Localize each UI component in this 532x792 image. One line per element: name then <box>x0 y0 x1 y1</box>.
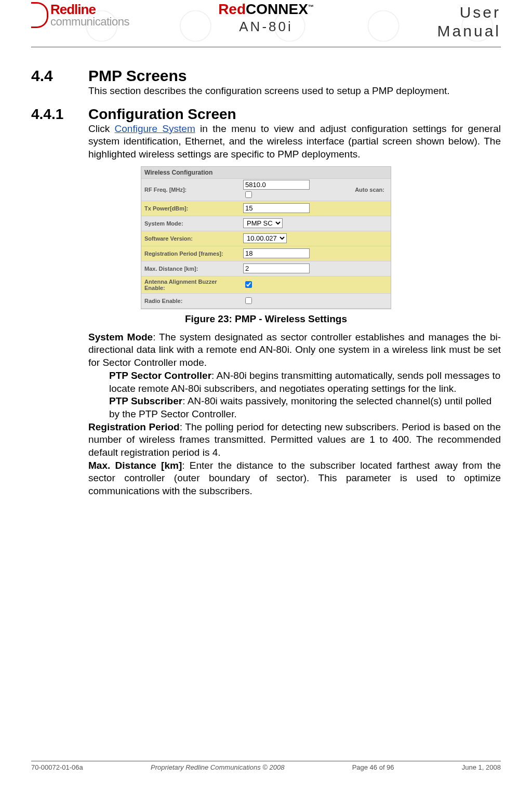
row-system-mode: System Mode: PMP SC <box>141 216 391 231</box>
configure-system-link[interactable]: Configure System <box>115 123 195 134</box>
subsection-number: 4.4.1 <box>31 106 88 123</box>
antenna-buzzer-label: Antenna Alignment Buzzer Enable: <box>141 276 241 293</box>
tx-power-input[interactable] <box>243 203 310 213</box>
brand-red: Red <box>218 1 246 17</box>
doc-type: User Manual <box>437 3 501 41</box>
rf-freq-input[interactable] <box>243 180 310 190</box>
logo-arc-icon <box>31 2 48 28</box>
system-mode-select[interactable]: PMP SC <box>243 218 283 228</box>
reg-period-bold: Registration Period <box>88 421 180 432</box>
para-system-mode: System Mode: The system designated as se… <box>88 331 501 369</box>
row-software-version: Software Version: 10.00.027 <box>141 231 391 246</box>
tx-power-label: Tx Power[dBm]: <box>141 203 241 214</box>
brand-black: CONNEX <box>246 1 308 17</box>
page-header: Redline communications RedCONNEX™ AN-80i… <box>31 0 501 47</box>
antenna-buzzer-checkbox[interactable] <box>245 281 252 288</box>
software-version-select[interactable]: 10.00.027 <box>243 233 287 243</box>
row-antenna-buzzer: Antenna Alignment Buzzer Enable: <box>141 276 391 294</box>
brand-tm: ™ <box>308 4 314 10</box>
para-ptp-subscriber: PTP Subscriber: AN-80i waits passively, … <box>109 395 501 420</box>
section-number: 4.4 <box>31 67 88 85</box>
subsection-intro: Click Configure System in the menu to vi… <box>88 123 501 161</box>
row-tx-power: Tx Power[dBm]: <box>141 201 391 216</box>
section-intro-4-4: This section describes the configuration… <box>88 85 501 98</box>
subsection-title: Configuration Screen <box>88 106 236 122</box>
row-radio-enable: Radio Enable: <box>141 294 391 309</box>
para-ptp-sector-controller: PTP Sector Controller: AN-80i begins tra… <box>109 369 501 395</box>
registration-period-input[interactable] <box>243 248 310 258</box>
product-brand: RedCONNEX™ AN-80i <box>218 1 314 35</box>
registration-period-label: Registration Period [frames]: <box>141 248 241 259</box>
wireless-config-screenshot: Wireless Configuration RF Freq. [MHz]: A… <box>141 166 391 309</box>
rf-freq-checkbox[interactable] <box>245 191 252 198</box>
para-registration-period: Registration Period: The polling period … <box>88 421 501 459</box>
section-heading-4-4-1: 4.4.1Configuration Screen <box>31 106 501 123</box>
footer-copyright: Proprietary Redline Communications © 200… <box>151 763 284 771</box>
page-footer: 70-00072-01-06a Proprietary Redline Comm… <box>31 761 501 771</box>
para-max-distance: Max. Distance [km]: Enter the distance t… <box>88 459 501 498</box>
logo-text-top: Redline <box>50 3 129 16</box>
config-title: Wireless Configuration <box>141 167 391 179</box>
radio-enable-checkbox[interactable] <box>245 297 252 304</box>
max-distance-bold: Max. Distance [km] <box>88 460 182 471</box>
footer-doc-id: 70-00072-01-06a <box>31 763 83 771</box>
ptp-sub-bold: PTP Subscriber <box>109 395 182 406</box>
rf-freq-label: RF Freq. [MHz]: <box>141 184 241 195</box>
ptp-sc-bold: PTP Sector Controller <box>109 370 211 381</box>
intro-text-a: Click <box>88 123 115 134</box>
row-registration-period: Registration Period [frames]: <box>141 246 391 261</box>
doc-type-line1: User <box>437 3 501 22</box>
section-title: PMP Screens <box>88 67 187 84</box>
product-model: AN-80i <box>218 19 314 35</box>
max-distance-label: Max. Distance [km]: <box>141 263 241 274</box>
figure-caption: Figure 23: PMP - Wireless Settings <box>31 313 501 325</box>
software-version-label: Software Version: <box>141 233 241 244</box>
logo-text-bottom: communications <box>50 16 129 28</box>
doc-type-line2: Manual <box>437 22 501 41</box>
max-distance-input[interactable] <box>243 263 310 273</box>
redline-logo: Redline communications <box>31 2 129 28</box>
system-mode-bold: System Mode <box>88 332 153 342</box>
row-rf-freq: RF Freq. [MHz]: Auto scan: <box>141 179 391 201</box>
footer-page-number: Page 46 of 96 <box>352 763 394 771</box>
auto-scan-label: Auto scan: <box>355 187 389 193</box>
row-max-distance: Max. Distance [km]: <box>141 261 391 276</box>
system-mode-label: System Mode: <box>141 218 241 229</box>
section-heading-4-4: 4.4PMP Screens <box>31 67 501 85</box>
radio-enable-label: Radio Enable: <box>141 296 241 306</box>
footer-date: June 1, 2008 <box>462 763 501 771</box>
